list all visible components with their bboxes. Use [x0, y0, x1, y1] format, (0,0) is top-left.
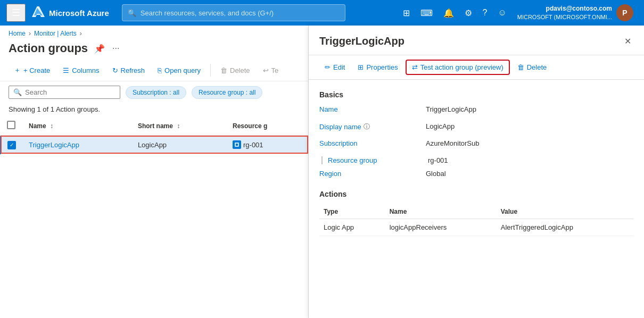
page-title: Action groups	[9, 41, 88, 55]
test-action-group-button[interactable]: ⇄ Test action group (preview)	[406, 60, 510, 75]
row-rg-cell: rg-001	[226, 136, 308, 154]
subscription-filter[interactable]: Subscription : all	[126, 86, 186, 99]
detail-delete-button[interactable]: 🗑 Delete	[512, 61, 552, 74]
display-name-label: Display name ⓘ	[319, 122, 426, 131]
main-toolbar: ＋ + Create ☰ Columns ↻ Refresh ⎘ Open qu…	[0, 60, 308, 81]
col-resource-group: Resource g	[226, 116, 308, 136]
actions-table: Type Name Value Logic App logicAppReceiv…	[319, 205, 633, 236]
nav-icon-group: ⊞ ⌨ 🔔 ⚙ ? ☺ pdavis@contoso.com MICROSOFT…	[399, 2, 638, 23]
breadcrumb-sep-2: ›	[80, 30, 82, 37]
test-action-group-label: Test action group (preview)	[420, 63, 503, 71]
refresh-button[interactable]: ↻ Refresh	[107, 64, 151, 77]
basics-section-title: Basics	[319, 90, 633, 99]
search-input[interactable]	[25, 88, 115, 96]
settings-button[interactable]: ⚙	[460, 5, 476, 21]
edit-button[interactable]: ✏ Edit	[319, 61, 350, 74]
create-button[interactable]: ＋ + Create	[9, 63, 55, 78]
actions-col-value: Value	[497, 205, 633, 219]
pin-button[interactable]: 📌	[93, 43, 106, 55]
row-name-cell: TriggerLogicApp	[22, 136, 131, 154]
delete-label: Delete	[230, 66, 250, 74]
more-options-button[interactable]: ···	[111, 43, 120, 54]
row-short-name: LogicApp	[138, 141, 167, 149]
select-all-checkbox[interactable]	[7, 121, 15, 129]
portal-menu-button[interactable]: ⊞	[399, 5, 414, 21]
detail-pane: TriggerLogicApp ✕ ✏ Edit ⊞ Properties ⇄ …	[309, 26, 644, 318]
user-email: pdavis@contoso.com	[517, 5, 612, 13]
indent-line	[321, 156, 323, 164]
open-query-label: Open query	[164, 66, 201, 74]
refresh-label: Refresh	[121, 66, 145, 74]
properties-button[interactable]: ⊞ Properties	[352, 61, 403, 74]
notifications-button[interactable]: 🔔	[439, 5, 458, 21]
name-label: Name	[319, 105, 426, 113]
row-short-name-cell: LogicApp	[131, 136, 226, 154]
short-name-sort-icon[interactable]: ↕	[177, 122, 180, 130]
left-panel: Home › Monitor | Alerts › Action groups …	[0, 26, 309, 318]
cloud-shell-button[interactable]: ⌨	[416, 5, 437, 21]
resource-group-value: rg-001	[428, 156, 448, 164]
columns-label: Columns	[72, 66, 99, 74]
create-label: + Create	[23, 66, 50, 74]
detail-header: TriggerLogicApp ✕	[309, 26, 644, 55]
edit-icon: ✏	[325, 63, 331, 71]
resource-group-label: Resource group	[328, 156, 377, 164]
name-sort-icon[interactable]: ↕	[50, 122, 53, 130]
global-search-box[interactable]: 🔍	[122, 4, 345, 21]
region-label: Region	[319, 170, 426, 178]
user-account[interactable]: pdavis@contoso.com MICROSOFT (MICROSOFT.…	[513, 2, 638, 23]
te-label: Te	[271, 66, 279, 74]
col-short-name: Short name ↕	[131, 116, 226, 136]
detail-delete-icon: 🗑	[517, 63, 524, 71]
svg-rect-1	[236, 144, 238, 146]
azure-logo-icon	[30, 5, 45, 20]
search-icon: 🔍	[128, 9, 136, 17]
detail-row-display-name: Display name ⓘ LogicApp	[319, 122, 633, 134]
showing-count: Showing 1 of 1 Action groups.	[0, 103, 308, 116]
detail-row-name: Name TriggerLogicApp	[319, 105, 633, 117]
avatar: P	[616, 4, 633, 21]
rg-value: rg-001	[243, 141, 263, 149]
top-navigation: ☰ Microsoft Azure 🔍 ⊞ ⌨ 🔔 ⚙ ? ☺ pdavis@c…	[0, 0, 644, 26]
feedback-button[interactable]: ☺	[493, 5, 510, 21]
hamburger-menu-button[interactable]: ☰	[6, 4, 26, 22]
breadcrumb-home[interactable]: Home	[9, 30, 26, 37]
open-query-button[interactable]: ⎘ Open query	[152, 64, 206, 77]
actions-table-row: Logic App logicAppReceivers AlertTrigger…	[319, 219, 633, 236]
help-button[interactable]: ?	[478, 5, 492, 21]
col-name: Name ↕	[22, 116, 131, 136]
te-button[interactable]: ↩ Te	[258, 64, 284, 77]
delete-icon: 🗑	[220, 66, 227, 74]
detail-close-button[interactable]: ✕	[622, 34, 633, 48]
row-checkbox[interactable]: ✓	[7, 141, 16, 149]
refresh-icon: ↻	[112, 66, 118, 74]
search-box-icon: 🔍	[13, 88, 22, 96]
columns-button[interactable]: ☰ Columns	[57, 64, 104, 77]
subscription-value: AzureMonitorSub	[426, 139, 479, 147]
properties-icon: ⊞	[358, 63, 364, 71]
actions-section-title: Actions	[319, 190, 633, 198]
global-search-input[interactable]	[141, 9, 340, 17]
breadcrumb-monitor-alerts[interactable]: Monitor | Alerts	[34, 30, 77, 37]
detail-row-region: Region Global	[319, 170, 633, 181]
actions-col-type: Type	[319, 205, 385, 219]
hamburger-icon: ☰	[12, 7, 20, 18]
user-org: MICROSOFT (MICROSOFT.ONMI...	[517, 13, 612, 21]
delete-button[interactable]: 🗑 Delete	[215, 64, 255, 77]
breadcrumb-sep-1: ›	[29, 30, 31, 37]
search-box[interactable]: 🔍	[9, 86, 120, 99]
row-checkbox-cell[interactable]: ✓	[1, 136, 22, 154]
test-icon: ⇄	[412, 63, 418, 71]
resource-group-filter[interactable]: Resource group : all	[192, 86, 262, 99]
detail-title: TriggerLogicApp	[319, 35, 616, 47]
page-title-row: Action groups 📌 ···	[0, 39, 308, 60]
table-row[interactable]: ✓ TriggerLogicApp LogicApp	[1, 136, 308, 154]
select-all-header[interactable]	[1, 116, 22, 136]
action-value-cell: AlertTriggeredLogicApp	[497, 219, 633, 236]
row-name-link[interactable]: TriggerLogicApp	[29, 141, 79, 149]
action-groups-table: Name ↕ Short name ↕ Resource g	[0, 116, 308, 154]
action-type-cell: Logic App	[319, 219, 385, 236]
rg-icon-shape	[233, 140, 241, 149]
subscription-label: Subscription	[319, 139, 426, 147]
breadcrumb: Home › Monitor | Alerts ›	[0, 26, 308, 39]
